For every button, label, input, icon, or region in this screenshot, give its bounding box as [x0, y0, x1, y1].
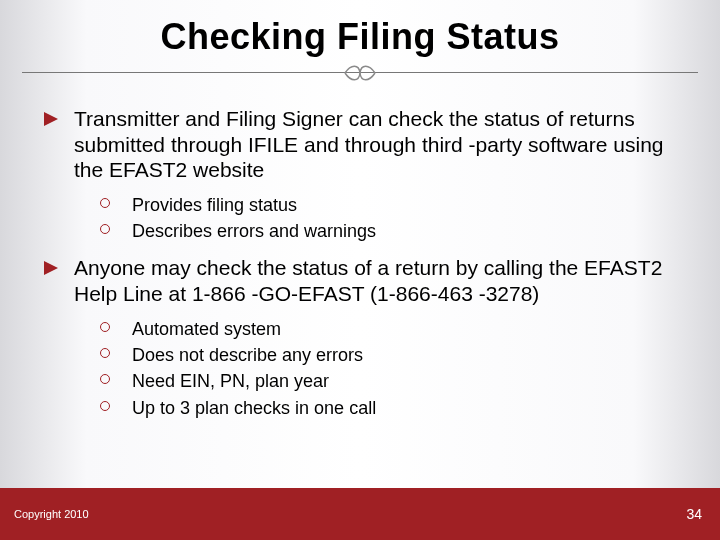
- svg-marker-1: [44, 261, 58, 275]
- sub-item: Up to 3 plan checks in one call: [100, 396, 680, 420]
- bullet-2-text: Anyone may check the status of a return …: [74, 255, 680, 306]
- sub-item-text: Up to 3 plan checks in one call: [132, 398, 376, 418]
- arrow-icon: [42, 110, 60, 128]
- bullet-1-text: Transmitter and Filing Signer can check …: [74, 106, 680, 183]
- bullet-1: Transmitter and Filing Signer can check …: [74, 106, 680, 243]
- slide-title: Checking Filing Status: [0, 0, 720, 58]
- circle-icon: [100, 348, 110, 358]
- copyright-text: Copyright 2010: [14, 508, 89, 520]
- sub-item: Does not describe any errors: [100, 343, 680, 367]
- circle-icon: [100, 401, 110, 411]
- circle-icon: [100, 374, 110, 384]
- sub-item-text: Need EIN, PN, plan year: [132, 371, 329, 391]
- circle-icon: [100, 224, 110, 234]
- bullet-1-sublist: Provides filing status Describes errors …: [100, 193, 680, 244]
- sub-item-text: Automated system: [132, 319, 281, 339]
- sub-item-text: Provides filing status: [132, 195, 297, 215]
- sub-item-text: Does not describe any errors: [132, 345, 363, 365]
- arrow-icon: [42, 259, 60, 277]
- footer: Copyright 2010 34: [0, 488, 720, 540]
- sub-item-text: Describes errors and warnings: [132, 221, 376, 241]
- bullet-2-sublist: Automated system Does not describe any e…: [100, 317, 680, 420]
- sub-item: Need EIN, PN, plan year: [100, 369, 680, 393]
- circle-icon: [100, 322, 110, 332]
- content-area: Transmitter and Filing Signer can check …: [0, 106, 720, 420]
- page-number: 34: [686, 506, 702, 522]
- svg-marker-0: [44, 112, 58, 126]
- sub-item: Automated system: [100, 317, 680, 341]
- sub-item: Describes errors and warnings: [100, 219, 680, 243]
- flourish-icon: [341, 62, 379, 84]
- sub-item: Provides filing status: [100, 193, 680, 217]
- slide: Checking Filing Status Transmitter and F…: [0, 0, 720, 540]
- bullet-2: Anyone may check the status of a return …: [74, 255, 680, 419]
- divider: [0, 72, 720, 94]
- circle-icon: [100, 198, 110, 208]
